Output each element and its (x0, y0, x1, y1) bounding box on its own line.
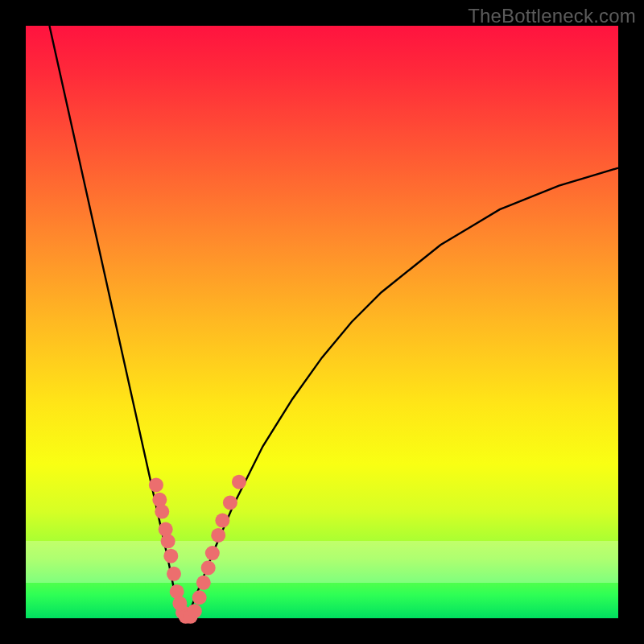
highlight-dot (155, 505, 169, 519)
plot-area (26, 26, 618, 618)
watermark-text: TheBottleneck.com (468, 5, 636, 27)
chart-svg (26, 26, 618, 618)
curve-right-branch (186, 168, 618, 618)
highlight-dot (163, 549, 178, 564)
highlight-dot (167, 567, 181, 581)
highlight-dot (211, 528, 225, 543)
highlight-dot (188, 604, 202, 618)
highlight-dots (149, 475, 246, 624)
highlight-dot (205, 546, 220, 560)
highlight-dot (161, 534, 175, 548)
chart-frame: TheBottleneck.com (0, 0, 644, 644)
highlight-dot (201, 560, 216, 575)
highlight-dot (232, 475, 246, 489)
highlight-dot (215, 514, 229, 528)
highlight-dot (192, 590, 207, 605)
highlight-dot (196, 576, 211, 590)
highlight-dot (149, 477, 163, 492)
highlight-dot (223, 495, 237, 510)
